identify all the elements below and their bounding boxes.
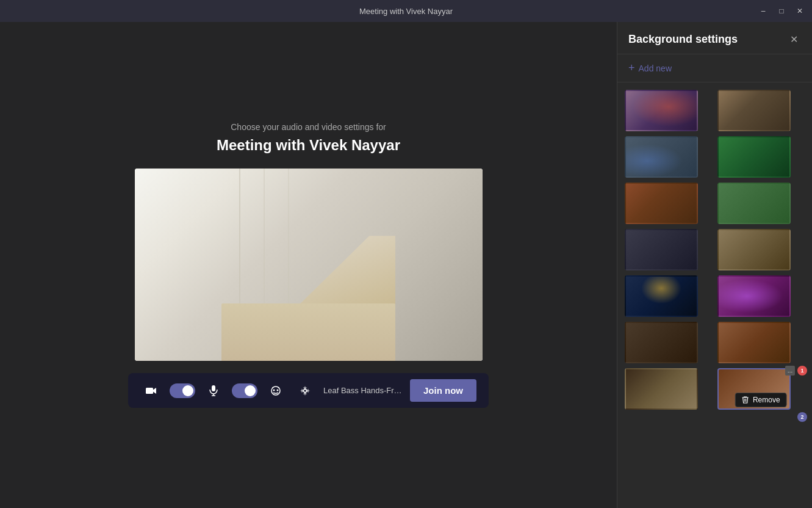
camera-icon-button[interactable]: [140, 380, 162, 402]
background-thumb-1[interactable]: [625, 90, 698, 131]
join-now-button[interactable]: Join now: [410, 379, 476, 402]
audio-device-label: Leaf Bass Hands-Free AG Au...: [323, 386, 403, 395]
audio-toggle[interactable]: [232, 383, 257, 398]
add-new-button[interactable]: + Add new: [617, 54, 812, 82]
audio-toggle-knob: [245, 385, 256, 396]
close-window-button[interactable]: ✕: [795, 6, 805, 16]
background-thumb-2[interactable]: [717, 90, 791, 131]
background-thumb-14-wrapper: 1 … Remove 2: [717, 368, 805, 410]
window-title: Meeting with Vivek Nayyar: [359, 7, 453, 16]
background-thumb-8[interactable]: [717, 229, 791, 270]
add-new-label: Add new: [639, 64, 672, 73]
main-layout: Choose your audio and video settings for…: [0, 22, 812, 508]
background-thumb-6[interactable]: [717, 183, 791, 224]
meeting-subtitle: Choose your audio and video settings for: [231, 122, 386, 132]
background-thumb-5[interactable]: [625, 183, 698, 224]
video-background: [135, 169, 483, 361]
more-options-btn[interactable]: …: [785, 366, 795, 376]
title-bar: Meeting with Vivek Nayyar – □ ✕: [0, 0, 812, 22]
backgrounds-grid: 1 … Remove 2: [617, 82, 812, 508]
panel-title: Background settings: [628, 33, 738, 46]
video-preview: [135, 169, 483, 361]
maximize-button[interactable]: □: [777, 6, 786, 16]
badge-container-2: 2: [797, 412, 807, 422]
video-toggle[interactable]: [170, 383, 195, 398]
background-thumb-9[interactable]: [625, 275, 698, 317]
trash-icon: [742, 396, 749, 404]
microphone-icon-button[interactable]: [203, 380, 225, 402]
badge-container-1: 1: [797, 366, 807, 376]
settings-button[interactable]: [294, 380, 316, 402]
background-thumb-3[interactable]: [625, 136, 698, 178]
effects-button[interactable]: [265, 380, 287, 402]
controls-bar: Leaf Bass Hands-Free AG Au... Join now: [128, 373, 489, 408]
background-thumb-4[interactable]: [717, 136, 791, 178]
meeting-name-heading: Meeting with Vivek Nayyar: [217, 137, 400, 154]
badge-1: 1: [797, 366, 807, 376]
svg-point-5: [273, 389, 275, 391]
minimize-button[interactable]: –: [758, 6, 768, 16]
panel-header: Background settings ✕: [617, 22, 812, 54]
video-toggle-knob: [182, 385, 193, 396]
background-settings-panel: Background settings ✕ + Add new: [617, 22, 812, 508]
panel-close-button[interactable]: ✕: [786, 32, 801, 46]
stair-visual: [291, 236, 395, 313]
background-thumb-13[interactable]: [625, 368, 698, 410]
badge-2: 2: [797, 412, 807, 422]
window-controls: – □ ✕: [758, 6, 805, 16]
remove-button[interactable]: Remove: [735, 393, 787, 407]
svg-rect-1: [212, 385, 215, 391]
remove-label: Remove: [753, 396, 780, 404]
background-thumb-7[interactable]: [625, 229, 698, 270]
center-area: Choose your audio and video settings for…: [0, 22, 617, 508]
background-thumb-11[interactable]: [625, 322, 698, 363]
svg-rect-0: [146, 388, 153, 394]
plus-icon: +: [628, 62, 635, 74]
background-thumb-10[interactable]: [717, 275, 791, 317]
svg-point-6: [277, 389, 279, 391]
background-thumb-12[interactable]: [717, 322, 791, 363]
